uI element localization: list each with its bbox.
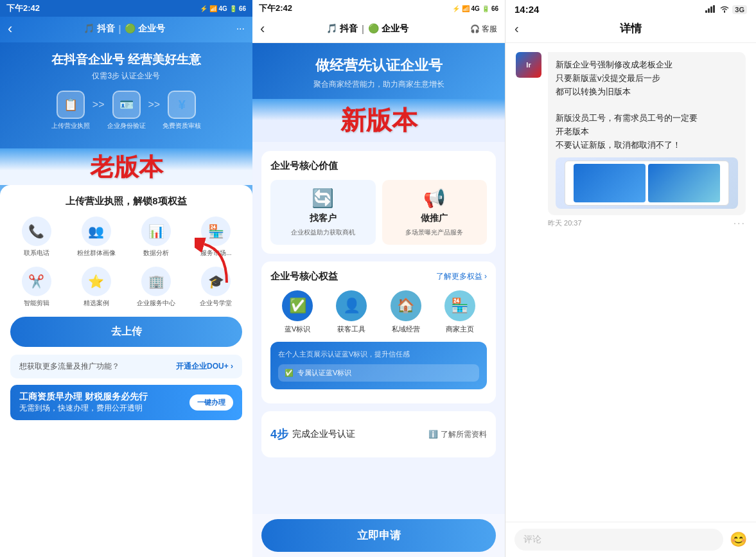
ad-text-old: 工商资质早办理 财税服务必先行 无需到场，快速办理，费用公开透明 xyxy=(19,391,148,414)
panel-detail: 14:24 3G ‹ 详情 xyxy=(505,0,756,557)
benefit-private: 🏠 私域经营 xyxy=(391,290,421,334)
svg-rect-1 xyxy=(705,10,707,13)
benefit-merchant: 🏪 商家主页 xyxy=(444,290,475,334)
fans-icon: 👥 xyxy=(82,217,111,246)
detail-back-button[interactable]: ‹ xyxy=(514,21,519,36)
nav-title-old: 🎵 抖音 | 🟢 企业号 xyxy=(84,23,166,35)
data-icon: 📊 xyxy=(141,217,171,246)
icon-phone: 📞 联系电话 xyxy=(10,217,62,258)
benefits-more-link[interactable]: 了解更多权益 › xyxy=(436,271,487,282)
message-body: 新版企业号强制修改成老板企业 只要新版蓝v没提交最后一步 都可以转换为旧版本 新… xyxy=(548,52,746,229)
hero-title-old: 在抖音企业号 经营美好生意 xyxy=(10,51,242,68)
steps-row-old: 📋 上传营业执照 >> 🪪 企业身份验证 >> ¥ 免费资质审核 xyxy=(10,91,242,130)
core-value-find-customer[interactable]: 🔄 找客户 企业权益助力获取商机 xyxy=(270,180,376,245)
info-icon: ℹ️ xyxy=(428,430,438,439)
ad-title: 工商资质早办理 财税服务必先行 xyxy=(19,391,148,403)
emoji-button[interactable]: 😊 xyxy=(730,531,747,548)
detail-signal-icon xyxy=(705,5,717,14)
signal-icon-new: 📶 xyxy=(462,5,470,12)
blue-v-card-text: 在个人主页展示认证蓝V标识，提升信任感 xyxy=(278,349,479,359)
clip-label: 智能剪辑 xyxy=(24,299,49,308)
private-label: 私域经营 xyxy=(392,324,420,334)
nav-title-new: 🎵 抖音 | 🟢 企业号 xyxy=(326,23,409,35)
merchant-label: 商家主页 xyxy=(446,324,474,334)
panel-old-version: 下午2:42 ⚡ 📶 4G 🔋 66 ‹ 🎵 抖音 | 🟢 企业号 ··· 在抖… xyxy=(0,0,252,557)
step-arrow-1: >> xyxy=(92,99,105,111)
message-line6: 开老版本 xyxy=(556,127,589,136)
message-meta: 昨天 20:37 ··· xyxy=(548,218,746,229)
icon-market: 🏪 服务市场... xyxy=(190,217,242,258)
comment-input[interactable]: 评论 xyxy=(514,529,723,551)
battery-icon-new: 🔋 xyxy=(482,5,489,12)
status-icons-old: ⚡ 📶 4G 🔋 66 xyxy=(200,5,246,12)
promo-banner-old: 想获取更多流量及推广功能？ 开通企业DOU+ › xyxy=(10,355,242,378)
phone-label: 联系电话 xyxy=(24,249,49,258)
blue-v-icon: ✅ xyxy=(282,290,313,321)
merchant-icon: 🏪 xyxy=(444,290,475,321)
time-new: 下午2:42 xyxy=(259,3,292,14)
academy-label: 企业号学堂 xyxy=(200,299,232,308)
customer-service-btn[interactable]: 🎧 客服 xyxy=(470,24,497,35)
benefits-section: 企业号核心权益 了解更多权益 › ✅ 蓝V标识 👤 获客工具 🏠 私域经营 🏪 xyxy=(261,261,496,403)
old-label-container: 老版本 xyxy=(0,148,252,185)
hero-banner-new: 做经营先认证企业号 聚合商家经营能力，助力商家生意增长 xyxy=(252,43,505,99)
card-title-old: 上传营业执照，解锁8项权益 xyxy=(10,195,242,208)
benefits-title: 企业号核心权益 xyxy=(270,270,338,283)
ad-subtitle: 无需到场，快速办理，费用公开透明 xyxy=(19,403,143,412)
find-customer-icon: 🔄 xyxy=(312,188,334,209)
message-time: 昨天 20:37 xyxy=(548,218,582,228)
biz-name-old: 🟢 企业号 xyxy=(125,23,165,35)
step-info[interactable]: ℹ️ 了解所需资料 xyxy=(428,429,487,440)
back-button-old[interactable]: ‹ xyxy=(8,21,12,37)
private-icon: 🏠 xyxy=(391,290,421,321)
network-icon-new: 4G xyxy=(471,5,480,12)
hero-banner-old: 在抖音企业号 经营美好生意 仅需3步 认证企业号 📋 上传营业执照 >> 🪪 企… xyxy=(0,42,252,148)
step-1-label: 上传营业执照 xyxy=(51,121,90,130)
apply-button[interactable]: 立即申请 xyxy=(261,519,496,552)
icons-grid-row2: ✂️ 智能剪辑 ⭐ 精选案例 🏢 企业服务中心 🎓 企业号学堂 xyxy=(10,267,242,308)
step-2-label: 企业身份验证 xyxy=(107,121,146,130)
new-label-container: 新版本 xyxy=(252,99,505,142)
biz-service-label: 企业服务中心 xyxy=(137,299,175,308)
core-value-promote[interactable]: 📢 做推广 多场景曝光产品服务 xyxy=(382,180,488,245)
app-name-old: 🎵 抖音 xyxy=(84,23,115,35)
detail-nav: ‹ 详情 xyxy=(505,17,756,43)
nav-bar-old: ‹ 🎵 抖音 | 🟢 企业号 ··· xyxy=(0,17,252,42)
hero-subtitle-new: 聚合商家经营能力，助力商家生意增长 xyxy=(263,79,495,90)
promo-link[interactable]: 开通企业DOU+ › xyxy=(176,361,233,372)
icon-cases: ⭐ 精选案例 xyxy=(70,267,122,308)
core-values-grid: 🔄 找客户 企业权益助力获取商机 📢 做推广 多场景曝光产品服务 xyxy=(270,180,487,245)
more-menu-old[interactable]: ··· xyxy=(236,23,245,35)
step-arrow-2: >> xyxy=(148,99,161,111)
customer-tool-label: 获客工具 xyxy=(337,324,365,334)
signal-icon: 📶 xyxy=(209,5,217,12)
battery-level-new: 66 xyxy=(491,5,498,12)
content-scroll-new[interactable]: 企业号核心价值 🔄 找客户 企业权益助力获取商机 📢 做推广 多场景曝光产品服务… xyxy=(252,142,505,514)
battery-level: 66 xyxy=(239,5,246,12)
message-line2: 只要新版蓝v没提交最后一步 xyxy=(556,73,660,83)
promote-desc: 多场景曝光产品服务 xyxy=(405,228,463,237)
battery-icon: 🔋 xyxy=(229,5,237,12)
step-1: 📋 上传营业执照 xyxy=(51,91,90,130)
core-values-section: 企业号核心价值 🔄 找客户 企业权益助力获取商机 📢 做推广 多场景曝光产品服务 xyxy=(261,151,496,254)
promo-text: 想获取更多流量及推广功能？ xyxy=(19,361,119,372)
icon-academy: 🎓 企业号学堂 xyxy=(190,267,242,308)
comment-placeholder: 评论 xyxy=(523,534,541,544)
message-more-button[interactable]: ··· xyxy=(734,218,746,229)
old-version-label: 老版本 xyxy=(0,148,252,185)
academy-icon: 🎓 xyxy=(201,267,231,296)
avatar: Ir xyxy=(516,52,541,78)
detail-status-bar: 14:24 3G xyxy=(505,0,756,17)
upload-button[interactable]: 去上传 xyxy=(10,317,242,347)
find-customer-desc: 企业权益助力获取商机 xyxy=(291,228,355,237)
detail-page-title: 详情 xyxy=(620,21,642,36)
ad-button[interactable]: 一键办理 xyxy=(189,394,233,411)
steps-complete-row: 4步 完成企业号认证 ℹ️ 了解所需资料 xyxy=(270,420,487,448)
blue-v-feature-label: 专属认证蓝V标识 xyxy=(297,368,351,378)
message-line5: 新版没员工号，有需求员工号的一定要 xyxy=(556,113,698,123)
promote-icon: 📢 xyxy=(423,188,446,209)
benefits-icons-row: ✅ 蓝V标识 👤 获客工具 🏠 私域经营 🏪 商家主页 xyxy=(270,290,487,334)
market-icon: 🏪 xyxy=(201,217,231,246)
back-button-new[interactable]: ‹ xyxy=(260,21,265,37)
avatar-text: Ir xyxy=(526,61,531,69)
